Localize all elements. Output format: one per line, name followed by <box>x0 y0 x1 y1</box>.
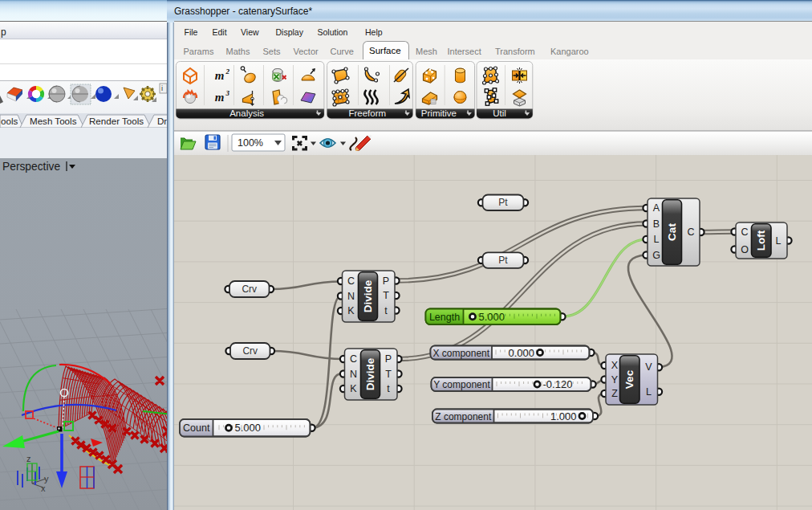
svg-text:Freeform: Freeform <box>348 108 386 118</box>
svg-text:L: L <box>646 386 652 398</box>
svg-text:t: t <box>384 305 388 316</box>
svg-text:5.000: 5.000 <box>235 422 262 434</box>
svg-text:Render Tools: Render Tools <box>89 116 144 126</box>
svg-text:C: C <box>687 226 694 238</box>
svg-text:T: T <box>383 290 389 301</box>
svg-text:Pt: Pt <box>498 197 508 208</box>
svg-text:P: P <box>385 353 392 365</box>
svg-text:Y component: Y component <box>433 379 490 390</box>
svg-text:-0.120: -0.120 <box>543 378 573 390</box>
svg-text:z: z <box>26 454 31 463</box>
svg-text:K: K <box>350 383 357 394</box>
svg-text:Mesh Tools: Mesh Tools <box>30 116 77 126</box>
svg-text:Perspective: Perspective <box>2 161 60 173</box>
svg-text:Analysis: Analysis <box>229 108 264 118</box>
svg-text:Vec: Vec <box>623 369 635 389</box>
svg-text:ools: ools <box>1 116 18 126</box>
svg-text:Divide: Divide <box>364 357 376 390</box>
svg-text:Loft: Loft <box>755 230 767 251</box>
svg-text:P: P <box>383 275 389 287</box>
svg-text:C: C <box>741 226 748 238</box>
svg-text:Divide: Divide <box>362 279 374 312</box>
svg-text:K: K <box>347 305 355 316</box>
svg-text:m: m <box>215 91 225 104</box>
svg-text:t: t <box>387 383 390 394</box>
svg-text:Z component: Z component <box>435 411 492 422</box>
svg-text:C: C <box>347 275 355 287</box>
svg-text:Dra: Dra <box>157 116 167 126</box>
svg-text:Util: Util <box>493 108 506 118</box>
svg-text:C: C <box>350 353 357 365</box>
svg-text:X component: X component <box>432 348 489 359</box>
svg-text:5.000: 5.000 <box>479 311 505 323</box>
svg-text:Length: Length <box>429 312 460 323</box>
svg-text:x: x <box>41 483 46 493</box>
svg-text:y: y <box>44 474 49 483</box>
svg-text:L: L <box>776 235 782 247</box>
svg-text:O: O <box>741 244 749 255</box>
svg-text:B: B <box>653 218 660 230</box>
svg-text:Cat: Cat <box>666 223 678 241</box>
svg-text:Crv: Crv <box>242 345 258 357</box>
svg-text:N: N <box>350 369 357 380</box>
svg-text:Crv: Crv <box>242 284 257 295</box>
svg-text:A: A <box>653 202 660 214</box>
svg-text:N: N <box>347 291 355 302</box>
svg-text:Z: Z <box>611 388 618 399</box>
svg-text:0.000: 0.000 <box>508 347 534 359</box>
svg-text:G: G <box>652 250 660 261</box>
svg-text:X: X <box>611 360 619 371</box>
svg-text:m: m <box>215 69 225 82</box>
svg-text:Pt: Pt <box>498 255 508 266</box>
svg-text:V: V <box>645 361 652 373</box>
svg-text:Count: Count <box>183 422 210 434</box>
svg-text:Y: Y <box>611 374 619 386</box>
svg-text:T: T <box>385 369 392 380</box>
svg-text:i: i <box>161 84 163 92</box>
svg-text:1.000: 1.000 <box>550 410 577 422</box>
svg-text:100%: 100% <box>238 137 263 149</box>
svg-text:L: L <box>654 234 660 245</box>
svg-text:2: 2 <box>225 67 230 75</box>
svg-text:Primitive: Primitive <box>421 108 457 118</box>
svg-text:3: 3 <box>225 89 230 97</box>
